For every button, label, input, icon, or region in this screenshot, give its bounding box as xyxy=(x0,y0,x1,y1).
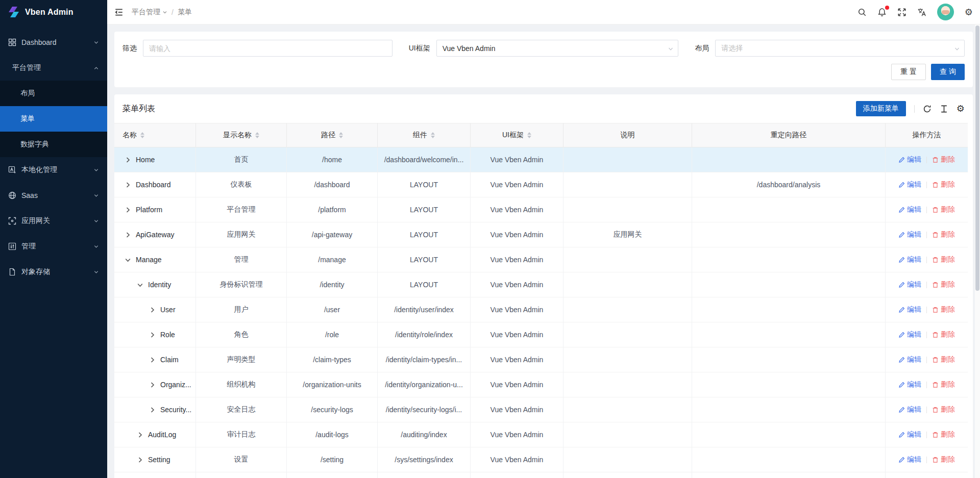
sort-icon[interactable] xyxy=(339,132,343,138)
edit-button[interactable]: 编辑 xyxy=(898,405,921,414)
tree-expand-icon[interactable] xyxy=(149,307,156,313)
tree-expand-icon[interactable] xyxy=(125,182,131,188)
delete-button[interactable]: 删除 xyxy=(932,330,955,339)
layout-select[interactable]: 请选择 xyxy=(715,40,965,57)
column-header-路径[interactable]: 路径 xyxy=(287,123,378,147)
delete-button[interactable]: 删除 xyxy=(932,380,955,389)
column-header-名称[interactable]: 名称 xyxy=(114,123,196,147)
sidebar-item-平台管理[interactable]: 平台管理 xyxy=(0,55,107,81)
edit-button[interactable]: 编辑 xyxy=(898,355,921,364)
framework-select[interactable]: Vue Vben Admin xyxy=(436,40,679,57)
row-height-icon[interactable] xyxy=(940,105,948,113)
sidebar-subitem-数据字典[interactable]: 数据字典 xyxy=(0,132,107,157)
breadcrumb-group[interactable]: 平台管理 xyxy=(132,8,167,17)
tree-expand-icon[interactable] xyxy=(125,157,131,163)
table-row-Home[interactable]: Home首页/home/dashboard/welcome/in...Vue V… xyxy=(114,147,968,172)
search-icon[interactable] xyxy=(857,8,867,17)
cell-actions: 编辑删除 xyxy=(886,172,968,197)
action-divider xyxy=(926,432,927,438)
delete-button[interactable]: 删除 xyxy=(932,430,955,439)
edit-button[interactable]: 编辑 xyxy=(898,330,921,339)
page-scrollbar[interactable] xyxy=(975,24,980,478)
gear-icon[interactable]: ⚙ xyxy=(957,104,965,113)
menu-table: 名称显示名称路径组件UI框架说明重定向路径操作方法 Home首页/home/da… xyxy=(114,123,968,478)
edit-button[interactable]: 编辑 xyxy=(898,180,921,189)
sidebar-subitem-菜单[interactable]: 菜单 xyxy=(0,106,107,132)
trash-icon xyxy=(932,432,939,438)
tree-expand-icon[interactable] xyxy=(149,357,156,363)
sort-icon[interactable] xyxy=(255,132,259,138)
delete-button[interactable]: 删除 xyxy=(932,155,955,164)
sidebar-item-应用网关[interactable]: 应用网关 xyxy=(0,208,107,234)
reset-button[interactable]: 重 置 xyxy=(891,64,926,80)
delete-button[interactable]: 删除 xyxy=(932,455,955,464)
tree-expand-icon[interactable] xyxy=(149,407,156,413)
delete-button[interactable]: 删除 xyxy=(932,180,955,189)
search-button[interactable]: 查 询 xyxy=(931,64,965,80)
table-row-Manage[interactable]: Manage管理/manageLAYOUTVue Vben Admin编辑删除 xyxy=(114,247,968,272)
bell-icon[interactable] xyxy=(877,8,887,17)
edit-button[interactable]: 编辑 xyxy=(898,205,921,214)
tree-collapse-icon[interactable] xyxy=(125,257,131,263)
sort-icon[interactable] xyxy=(431,132,435,138)
tree-expand-icon[interactable] xyxy=(137,457,143,463)
delete-button[interactable]: 删除 xyxy=(932,255,955,264)
table-row-Security...[interactable]: Security...安全日志/security-logs/identity/s… xyxy=(114,397,968,422)
sidebar-item-本地化管理[interactable]: 本地化管理 xyxy=(0,157,107,183)
edit-button[interactable]: 编辑 xyxy=(898,455,921,464)
table-row-Platform[interactable]: Platform平台管理/platformLAYOUTVue Vben Admi… xyxy=(114,197,968,222)
edit-button[interactable]: 编辑 xyxy=(898,305,921,314)
tree-collapse-icon[interactable] xyxy=(137,282,143,288)
sidebar-fold-icon[interactable] xyxy=(114,8,124,17)
table-row-Role[interactable]: Role角色/role/identity/role/indexVue Vben … xyxy=(114,322,968,347)
add-menu-button[interactable]: 添加新菜单 xyxy=(856,101,906,116)
table-row-Identity[interactable]: Identity身份标识管理/identityLAYOUTVue Vben Ad… xyxy=(114,272,968,297)
delete-button[interactable]: 删除 xyxy=(932,280,955,289)
cell-component: /dashboard/welcome/in... xyxy=(378,147,471,172)
tree-expand-icon[interactable] xyxy=(149,332,156,338)
avatar[interactable] xyxy=(937,4,954,20)
sort-icon[interactable] xyxy=(140,132,144,138)
tree-expand-icon[interactable] xyxy=(137,432,143,438)
filter-input[interactable] xyxy=(143,40,393,57)
delete-button[interactable]: 删除 xyxy=(932,355,955,364)
sidebar-item-管理[interactable]: 管理 xyxy=(0,234,107,259)
settings-icon[interactable]: ⚙ xyxy=(965,8,973,17)
sort-icon[interactable] xyxy=(527,132,531,138)
delete-button[interactable]: 删除 xyxy=(932,305,955,314)
edit-button[interactable]: 编辑 xyxy=(898,380,921,389)
delete-button[interactable]: 删除 xyxy=(932,205,955,214)
column-header-显示名称[interactable]: 显示名称 xyxy=(196,123,287,147)
delete-button[interactable]: 删除 xyxy=(932,405,955,414)
fullscreen-icon[interactable] xyxy=(897,8,906,17)
tree-expand-icon[interactable] xyxy=(149,382,156,388)
table-row-ApiGateway[interactable]: ApiGateway应用网关/api-gatewayLAYOUTVue Vben… xyxy=(114,222,968,247)
tree-expand-icon[interactable] xyxy=(125,207,131,213)
edit-button[interactable]: 编辑 xyxy=(898,430,921,439)
cell-display-name: 声明类型 xyxy=(196,347,287,372)
edit-button[interactable]: 编辑 xyxy=(898,155,921,164)
table-row-Setting[interactable]: Setting设置/setting/sys/settings/indexVue … xyxy=(114,447,968,472)
column-header-UI框架[interactable]: UI框架 xyxy=(471,123,564,147)
table-row-User[interactable]: User用户/user/identity/user/indexVue Vben … xyxy=(114,297,968,322)
sidebar-item-Saas[interactable]: Saas xyxy=(0,183,107,208)
translate-icon[interactable] xyxy=(917,8,926,17)
table-row-Organiz...[interactable]: Organiz...组织机构/organization-units/identi… xyxy=(114,372,968,397)
edit-button[interactable]: 编辑 xyxy=(898,280,921,289)
app-logo[interactable]: Vben Admin xyxy=(0,0,107,24)
trash-icon xyxy=(932,457,939,463)
tree-expand-icon[interactable] xyxy=(125,232,131,238)
edit-button[interactable]: 编辑 xyxy=(898,255,921,264)
delete-button[interactable]: 删除 xyxy=(932,230,955,239)
table-row-Claim[interactable]: Claim声明类型/claim-types/identity/claim-typ… xyxy=(114,347,968,372)
sidebar-subitem-布局[interactable]: 布局 xyxy=(0,81,107,106)
column-header-组件[interactable]: 组件 xyxy=(378,123,471,147)
sidebar-item-Dashboard[interactable]: Dashboard xyxy=(0,30,107,55)
table-row-AuditLog[interactable]: AuditLog审计日志/audit-logs/auditing/indexVu… xyxy=(114,422,968,447)
table-row-Dashboard[interactable]: Dashboard仪表板/dashboardLAYOUTVue Vben Adm… xyxy=(114,172,968,197)
scrollbar-thumb[interactable] xyxy=(975,26,979,291)
edit-button[interactable]: 编辑 xyxy=(898,230,921,239)
refresh-icon[interactable] xyxy=(923,105,932,113)
action-divider xyxy=(926,157,927,163)
sidebar-item-对象存储[interactable]: 对象存储 xyxy=(0,259,107,285)
